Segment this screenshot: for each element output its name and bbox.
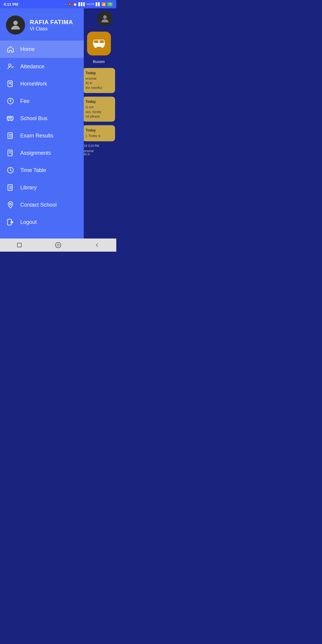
svg-rect-7 — [93, 42, 95, 44]
nav-item-exam-results[interactable]: Exam Results — [0, 127, 84, 144]
assignments-icon — [6, 148, 15, 157]
nav-item-logout[interactable]: Logout — [0, 213, 84, 231]
fee-icon: ₹ — [6, 97, 15, 106]
app-container: Busses Today ersonalA) inthe needful. To… — [0, 8, 116, 239]
nav-item-library[interactable]: Library — [0, 179, 84, 196]
busses-card[interactable] — [87, 32, 111, 55]
alarm-icon: ⏰ — [73, 2, 77, 6]
busses-label: Busses — [93, 60, 105, 64]
right-top — [81, 8, 116, 29]
svg-rect-16 — [10, 117, 12, 118]
nav-item-school-bus[interactable]: School Bus — [0, 110, 84, 127]
nav-item-attendance[interactable]: Attedance — [0, 58, 84, 75]
homework-label: HomeWork — [20, 81, 47, 87]
right-panel: Busses Today ersonalA) inthe needful. To… — [81, 8, 116, 239]
signal2-icon: ▋▋ — [96, 2, 100, 6]
attendance-icon — [6, 62, 15, 71]
mute-icon: 🔕 — [68, 2, 72, 6]
nav-item-assignments[interactable]: Assignments — [0, 144, 84, 162]
svg-point-27 — [57, 244, 59, 246]
wifi-icon: 📶 — [102, 2, 106, 6]
school-bus-icon — [6, 114, 15, 123]
svg-point-23 — [10, 203, 12, 205]
time-table-label: Time Table — [20, 167, 46, 174]
notif-text-1: ersonalA) inthe needful. — [86, 76, 112, 90]
svg-point-10 — [9, 64, 11, 66]
notification-cards: Today ersonalA) inthe needful. Today is … — [81, 66, 116, 157]
notif-date-1: Today — [86, 71, 112, 75]
profile-name: RAFIA FATIMA — [30, 19, 73, 26]
nav-item-home[interactable]: Home — [0, 41, 84, 58]
nav-item-homework[interactable]: HomeWork — [0, 75, 84, 92]
svg-rect-4 — [99, 40, 104, 43]
svg-point-0 — [103, 15, 107, 19]
profile-info: RAFIA FATIMA VI Class — [30, 19, 73, 32]
exam-results-icon — [6, 131, 15, 140]
contact-school-label: Contact School — [20, 202, 57, 208]
nav-item-time-table[interactable]: Time Table — [0, 162, 84, 179]
svg-rect-25 — [17, 243, 21, 247]
svg-point-9 — [13, 21, 18, 25]
back-button[interactable] — [92, 240, 102, 250]
battery-icon: 78 — [107, 2, 113, 6]
bottom-bar — [0, 239, 116, 252]
svg-rect-15 — [8, 117, 9, 118]
status-icons: ··· 🔕 ⏰ ▋▋▋ VoLTE ▋▋ 📶 78 — [64, 2, 113, 6]
contact-school-icon — [6, 200, 15, 209]
nav-item-contact-school[interactable]: Contact School — [0, 196, 84, 213]
home-label: Home — [20, 46, 35, 52]
attendance-label: Attedance — [20, 64, 44, 70]
profile-avatar — [6, 16, 25, 35]
svg-text:₹: ₹ — [9, 99, 12, 103]
volte-icon: VoLTE — [87, 3, 95, 6]
notif-card-3[interactable]: Today ), Today is — [83, 125, 115, 141]
assignments-label: Assignments — [20, 150, 51, 156]
fee-label: Fee — [20, 98, 30, 104]
notif-card-1[interactable]: Today ersonalA) inthe needful. — [83, 68, 115, 93]
status-bar: 4:11 PM ··· 🔕 ⏰ ▋▋▋ VoLTE ▋▋ 📶 78 — [0, 0, 116, 8]
svg-point-5 — [95, 46, 97, 48]
logout-label: Logout — [20, 219, 37, 225]
signal-dots-icon: ··· — [64, 2, 66, 6]
home-icon — [6, 45, 15, 54]
svg-rect-3 — [94, 40, 98, 43]
sidebar: RAFIA FATIMA VI Class Home — [0, 8, 84, 239]
signal-icon: ▋▋▋ — [78, 2, 86, 6]
svg-point-26 — [55, 242, 61, 248]
notif-text-2: is notses. Kindlynd please — [86, 105, 112, 119]
time-table-icon — [6, 166, 15, 175]
extra-text: ersonalA) in — [81, 149, 116, 157]
notif-date-2: Today — [86, 100, 112, 104]
library-label: Library — [20, 185, 37, 191]
notif-date-3: Today — [86, 128, 112, 132]
home-button[interactable] — [53, 240, 63, 250]
exam-results-label: Exam Results — [20, 133, 53, 139]
svg-point-18 — [11, 120, 12, 121]
notif-card-2[interactable]: Today is notses. Kindlynd please — [83, 97, 115, 122]
nav-list: Home Attedance — [0, 41, 84, 239]
right-avatar — [97, 11, 113, 27]
timestamp: 19 3:24 PM — [81, 143, 116, 149]
homework-icon — [6, 79, 15, 88]
profile-section: RAFIA FATIMA VI Class — [0, 8, 84, 41]
library-icon — [6, 183, 15, 192]
svg-point-6 — [101, 46, 103, 48]
svg-point-17 — [8, 120, 9, 121]
recent-apps-button[interactable] — [15, 240, 24, 250]
svg-rect-8 — [103, 42, 105, 44]
nav-item-fee[interactable]: ₹ Fee — [0, 92, 84, 110]
logout-icon — [6, 218, 15, 227]
status-time: 4:11 PM — [4, 2, 18, 7]
school-bus-label: School Bus — [20, 115, 47, 122]
profile-class: VI Class — [30, 26, 73, 32]
notif-text-3: ), Today is — [86, 134, 112, 138]
